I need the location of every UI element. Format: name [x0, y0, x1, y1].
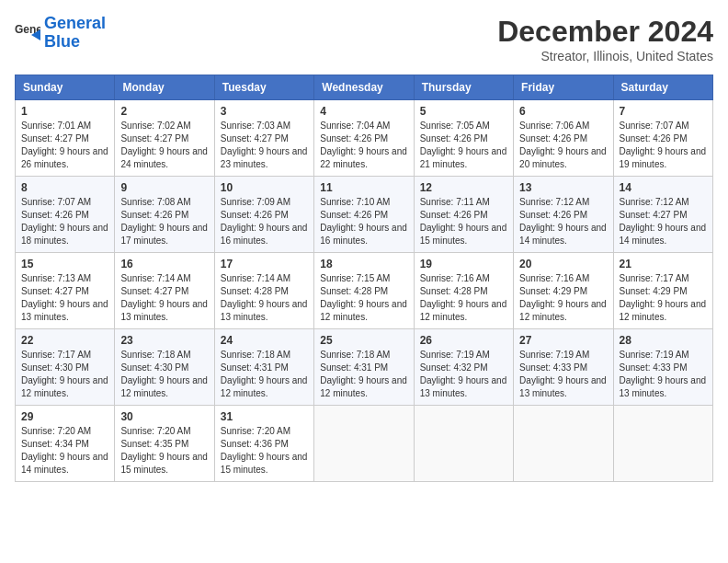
table-row: 14 Sunrise: 7:12 AM Sunset: 4:27 PM Dayl… — [613, 177, 712, 253]
day-number: 6 — [519, 105, 607, 118]
day-info: Sunrise: 7:20 AM Sunset: 4:35 PM Dayligh… — [120, 425, 208, 477]
header-thursday: Thursday — [414, 75, 513, 100]
table-row: 16 Sunrise: 7:14 AM Sunset: 4:27 PM Dayl… — [115, 253, 214, 329]
day-info: Sunrise: 7:08 AM Sunset: 4:26 PM Dayligh… — [120, 196, 208, 247]
table-row: 21 Sunrise: 7:17 AM Sunset: 4:29 PM Dayl… — [613, 253, 712, 329]
day-info: Sunrise: 7:07 AM Sunset: 4:26 PM Dayligh… — [620, 120, 707, 171]
calendar-week-row: 8 Sunrise: 7:07 AM Sunset: 4:26 PM Dayli… — [16, 177, 713, 253]
day-number: 25 — [320, 334, 407, 347]
day-number: 10 — [221, 181, 308, 194]
day-info: Sunrise: 7:13 AM Sunset: 4:27 PM Dayligh… — [21, 272, 108, 324]
header-saturday: Saturday — [613, 75, 712, 100]
day-info: Sunrise: 7:19 AM Sunset: 4:32 PM Dayligh… — [420, 349, 507, 400]
table-row: 18 Sunrise: 7:15 AM Sunset: 4:28 PM Dayl… — [314, 253, 414, 329]
day-info: Sunrise: 7:20 AM Sunset: 4:36 PM Dayligh… — [221, 425, 308, 477]
day-info: Sunrise: 7:12 AM Sunset: 4:26 PM Dayligh… — [519, 196, 607, 247]
day-number: 21 — [620, 258, 707, 270]
day-info: Sunrise: 7:04 AM Sunset: 4:26 PM Dayligh… — [320, 120, 407, 171]
day-info: Sunrise: 7:09 AM Sunset: 4:26 PM Dayligh… — [221, 196, 308, 247]
table-row: 2 Sunrise: 7:02 AM Sunset: 4:27 PM Dayli… — [115, 100, 214, 177]
table-row: 4 Sunrise: 7:04 AM Sunset: 4:26 PM Dayli… — [314, 100, 414, 177]
day-number: 3 — [221, 105, 308, 118]
day-info: Sunrise: 7:07 AM Sunset: 4:26 PM Dayligh… — [21, 196, 108, 247]
table-row — [314, 406, 414, 482]
header-monday: Monday — [115, 75, 214, 100]
table-row: 30 Sunrise: 7:20 AM Sunset: 4:35 PM Dayl… — [115, 406, 214, 482]
day-number: 17 — [221, 258, 308, 270]
table-row: 13 Sunrise: 7:12 AM Sunset: 4:26 PM Dayl… — [514, 177, 613, 253]
day-info: Sunrise: 7:20 AM Sunset: 4:34 PM Dayligh… — [21, 425, 108, 477]
day-number: 23 — [120, 334, 208, 347]
table-row: 3 Sunrise: 7:03 AM Sunset: 4:27 PM Dayli… — [214, 100, 313, 177]
header: General General Blue December 2024 Strea… — [15, 15, 713, 63]
calendar-week-row: 1 Sunrise: 7:01 AM Sunset: 4:27 PM Dayli… — [16, 100, 713, 177]
day-info: Sunrise: 7:02 AM Sunset: 4:27 PM Dayligh… — [120, 120, 208, 171]
table-row: 25 Sunrise: 7:18 AM Sunset: 4:31 PM Dayl… — [314, 329, 414, 406]
day-info: Sunrise: 7:16 AM Sunset: 4:29 PM Dayligh… — [519, 272, 607, 324]
table-row: 27 Sunrise: 7:19 AM Sunset: 4:33 PM Dayl… — [514, 329, 613, 406]
day-info: Sunrise: 7:01 AM Sunset: 4:27 PM Dayligh… — [21, 120, 108, 171]
table-row: 12 Sunrise: 7:11 AM Sunset: 4:26 PM Dayl… — [414, 177, 513, 253]
table-row — [514, 406, 613, 482]
day-number: 20 — [519, 258, 607, 270]
weekday-header-row: Sunday Monday Tuesday Wednesday Thursday… — [16, 75, 713, 100]
logo-blue: Blue — [44, 32, 80, 51]
table-row: 5 Sunrise: 7:05 AM Sunset: 4:26 PM Dayli… — [414, 100, 513, 177]
table-row: 17 Sunrise: 7:14 AM Sunset: 4:28 PM Dayl… — [214, 253, 313, 329]
day-number: 26 — [420, 334, 507, 347]
table-row: 29 Sunrise: 7:20 AM Sunset: 4:34 PM Dayl… — [16, 406, 115, 482]
table-row: 9 Sunrise: 7:08 AM Sunset: 4:26 PM Dayli… — [115, 177, 214, 253]
day-number: 2 — [120, 105, 208, 118]
logo-icon: General — [15, 20, 40, 46]
day-number: 9 — [120, 181, 208, 194]
day-info: Sunrise: 7:03 AM Sunset: 4:27 PM Dayligh… — [221, 120, 308, 171]
table-row — [414, 406, 513, 482]
table-row: 23 Sunrise: 7:18 AM Sunset: 4:30 PM Dayl… — [115, 329, 214, 406]
month-title: December 2024 — [497, 15, 713, 49]
day-info: Sunrise: 7:10 AM Sunset: 4:26 PM Dayligh… — [320, 196, 407, 247]
table-row: 20 Sunrise: 7:16 AM Sunset: 4:29 PM Dayl… — [514, 253, 613, 329]
header-sunday: Sunday — [16, 75, 115, 100]
calendar-week-row: 29 Sunrise: 7:20 AM Sunset: 4:34 PM Dayl… — [16, 406, 713, 482]
table-row: 22 Sunrise: 7:17 AM Sunset: 4:30 PM Dayl… — [16, 329, 115, 406]
day-number: 24 — [221, 334, 308, 347]
day-info: Sunrise: 7:15 AM Sunset: 4:28 PM Dayligh… — [320, 272, 407, 324]
day-info: Sunrise: 7:05 AM Sunset: 4:26 PM Dayligh… — [420, 120, 507, 171]
header-wednesday: Wednesday — [314, 75, 414, 100]
day-info: Sunrise: 7:14 AM Sunset: 4:28 PM Dayligh… — [221, 272, 308, 324]
table-row: 15 Sunrise: 7:13 AM Sunset: 4:27 PM Dayl… — [16, 253, 115, 329]
day-number: 22 — [21, 334, 108, 347]
day-number: 4 — [320, 105, 407, 118]
day-number: 16 — [120, 258, 208, 270]
day-number: 7 — [620, 105, 707, 118]
table-row: 19 Sunrise: 7:16 AM Sunset: 4:28 PM Dayl… — [414, 253, 513, 329]
day-info: Sunrise: 7:18 AM Sunset: 4:30 PM Dayligh… — [120, 349, 208, 400]
table-row: 26 Sunrise: 7:19 AM Sunset: 4:32 PM Dayl… — [414, 329, 513, 406]
day-info: Sunrise: 7:18 AM Sunset: 4:31 PM Dayligh… — [221, 349, 308, 400]
day-info: Sunrise: 7:11 AM Sunset: 4:26 PM Dayligh… — [420, 196, 507, 247]
day-number: 1 — [21, 105, 108, 118]
day-number: 18 — [320, 258, 407, 270]
day-info: Sunrise: 7:19 AM Sunset: 4:33 PM Dayligh… — [519, 349, 607, 400]
calendar-week-row: 22 Sunrise: 7:17 AM Sunset: 4:30 PM Dayl… — [16, 329, 713, 406]
day-number: 19 — [420, 258, 507, 270]
day-number: 5 — [420, 105, 507, 118]
table-row: 6 Sunrise: 7:06 AM Sunset: 4:26 PM Dayli… — [514, 100, 613, 177]
day-number: 30 — [120, 410, 208, 423]
table-row: 1 Sunrise: 7:01 AM Sunset: 4:27 PM Dayli… — [16, 100, 115, 177]
day-info: Sunrise: 7:17 AM Sunset: 4:29 PM Dayligh… — [620, 272, 707, 324]
day-number: 15 — [21, 258, 108, 270]
table-row — [613, 406, 712, 482]
day-info: Sunrise: 7:14 AM Sunset: 4:27 PM Dayligh… — [120, 272, 208, 324]
day-number: 11 — [320, 181, 407, 194]
calendar-week-row: 15 Sunrise: 7:13 AM Sunset: 4:27 PM Dayl… — [16, 253, 713, 329]
day-info: Sunrise: 7:12 AM Sunset: 4:27 PM Dayligh… — [620, 196, 707, 247]
table-row: 28 Sunrise: 7:19 AM Sunset: 4:33 PM Dayl… — [613, 329, 712, 406]
day-number: 14 — [620, 181, 707, 194]
day-info: Sunrise: 7:18 AM Sunset: 4:31 PM Dayligh… — [320, 349, 407, 400]
logo-text: General Blue — [44, 15, 106, 52]
table-row: 31 Sunrise: 7:20 AM Sunset: 4:36 PM Dayl… — [214, 406, 313, 482]
table-row: 8 Sunrise: 7:07 AM Sunset: 4:26 PM Dayli… — [16, 177, 115, 253]
location-title: Streator, Illinois, United States — [497, 49, 713, 63]
day-number: 28 — [620, 334, 707, 347]
